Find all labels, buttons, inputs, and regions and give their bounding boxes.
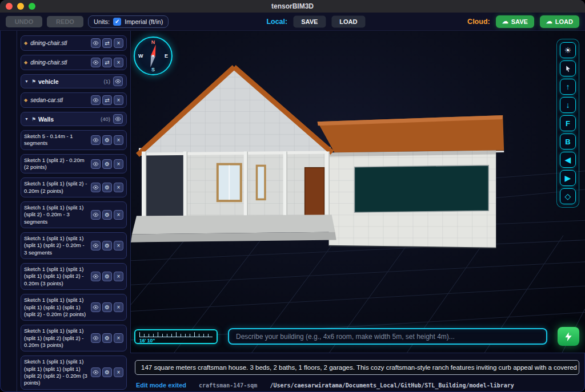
tree-item[interactable]: Sketch 1 (split 1) (split 1) (split 1) (… xyxy=(21,294,127,321)
close-button[interactable]: × xyxy=(114,272,123,281)
ruler-ticks xyxy=(139,332,213,337)
light-tool[interactable]: ☀ xyxy=(560,42,576,58)
tree-group-walls[interactable]: ▼⚑Walls(40) xyxy=(21,112,127,126)
viewport-3d[interactable]: N S W E ☀↑↓FB◀▶◇ 16' 10" xyxy=(130,31,585,353)
item-label: Sketch 1 (split 1) (split 1) (split 1) (… xyxy=(24,358,88,386)
gear-button[interactable]: ⚙ xyxy=(102,210,112,220)
compass[interactable]: N S W E xyxy=(134,37,173,75)
eye-button[interactable] xyxy=(91,95,101,105)
item-label: dining-chair.stl xyxy=(30,59,88,66)
units-checkbox[interactable]: ✓ xyxy=(113,18,121,26)
build-prompt-input[interactable] xyxy=(228,328,547,345)
front-window xyxy=(217,163,242,202)
close-button[interactable]: × xyxy=(114,333,123,343)
gear-button[interactable]: ⚙ xyxy=(102,159,112,169)
caret-down-icon[interactable]: ▼ xyxy=(25,79,29,83)
eye-icon xyxy=(93,161,99,167)
eye-button[interactable] xyxy=(91,367,101,377)
close-button[interactable]: × xyxy=(114,58,123,67)
close-button[interactable]: × xyxy=(114,210,123,220)
eye-button[interactable] xyxy=(91,58,101,67)
eye-icon xyxy=(93,97,99,103)
scene-canvas[interactable] xyxy=(131,31,585,353)
local-load-button[interactable]: LOAD xyxy=(331,15,365,27)
gear-button[interactable]: ⚙ xyxy=(102,302,112,312)
eye-icon xyxy=(93,212,99,218)
swap-button[interactable]: ⇄ xyxy=(102,38,112,48)
tree-item[interactable]: ◆sedan-car.stl⇄× xyxy=(21,92,127,108)
status-bar: Edit mode exited craftsman-147-sqm /User… xyxy=(130,378,585,392)
local-save-button[interactable]: SAVE xyxy=(293,15,326,27)
close-button[interactable]: × xyxy=(114,302,123,312)
item-buttons: ⇄× xyxy=(91,38,123,48)
generate-button[interactable] xyxy=(558,327,579,346)
eye-button[interactable] xyxy=(91,183,101,192)
eye-button[interactable] xyxy=(113,76,123,86)
units-control[interactable]: Units: ✓ Imperial (ft/in) xyxy=(88,15,169,28)
item-label: sedan-car.stl xyxy=(30,96,88,104)
tree-item[interactable]: Sketch 1 (split 1) (split 1) (split 1) (… xyxy=(21,232,127,259)
gear-button[interactable]: ⚙ xyxy=(102,241,112,250)
tree-item[interactable]: Sketch 1 (split 2) - 0.20m (2 points)⚙× xyxy=(21,154,127,174)
cloud-save-button[interactable]: ☁SAVE xyxy=(496,15,534,28)
back-view-tool[interactable]: B xyxy=(560,134,576,149)
status-mode: Edit mode exited xyxy=(136,382,186,389)
tree-item[interactable]: Sketch 5 - 0.14m - 1 segments⚙× xyxy=(21,130,127,150)
rotate-right-tool[interactable]: ▶ xyxy=(560,170,576,186)
close-button[interactable]: × xyxy=(114,38,123,48)
eye-button[interactable] xyxy=(91,241,101,250)
rotate-left-tool[interactable]: ◀ xyxy=(560,152,576,168)
undo-button[interactable]: UNDO xyxy=(6,16,42,27)
tree-item[interactable]: Sketch 1 (split 1) (split 1) (split 2) -… xyxy=(21,201,127,228)
front-view-tool[interactable]: F xyxy=(560,115,576,131)
redo-button[interactable]: REDO xyxy=(47,16,83,27)
tree-item[interactable]: Sketch 1 (split 1) (split 1) (split 1) (… xyxy=(21,263,127,290)
item-buttons: ⚙× xyxy=(91,302,123,312)
iso-view-tool[interactable]: ◇ xyxy=(560,188,576,204)
swap-button[interactable]: ⇄ xyxy=(102,58,112,67)
pan-down-tool[interactable]: ↓ xyxy=(560,97,576,113)
eye-button[interactable] xyxy=(91,159,101,169)
eye-icon xyxy=(115,78,121,84)
close-button[interactable]: × xyxy=(114,241,123,250)
eye-icon xyxy=(93,335,99,341)
close-button[interactable]: × xyxy=(114,159,123,169)
close-button[interactable]: × xyxy=(114,367,123,377)
check-icon: ✓ xyxy=(115,18,119,25)
gear-button[interactable]: ⚙ xyxy=(102,333,112,343)
tree-item[interactable]: Sketch 1 (split 1) (split 1) (split 1) (… xyxy=(21,325,127,351)
gear-button[interactable]: ⚙ xyxy=(102,135,112,145)
gear-button[interactable]: ⚙ xyxy=(102,183,112,192)
gear-button[interactable]: ⚙ xyxy=(102,367,112,377)
eye-button[interactable] xyxy=(113,114,123,124)
tree-item[interactable]: ◆dining-chair.stl⇄× xyxy=(21,55,127,70)
tree-item[interactable]: Sketch 1 (split 1) (split 1) (split 1) (… xyxy=(21,355,127,389)
scale-value: 16' 10" xyxy=(139,338,213,343)
eye-button[interactable] xyxy=(91,38,101,48)
eye-button[interactable] xyxy=(91,333,101,343)
left-gutter xyxy=(0,31,17,392)
cloud-load-button[interactable]: ☁LOAD xyxy=(540,15,579,28)
eye-button[interactable] xyxy=(91,302,101,312)
item-label: Sketch 1 (split 2) - 0.20m (2 points) xyxy=(24,157,88,171)
select-tool[interactable] xyxy=(560,60,576,76)
pan-up-tool[interactable]: ↑ xyxy=(560,79,576,95)
eye-icon xyxy=(93,184,99,191)
eye-icon xyxy=(93,369,99,375)
eye-button[interactable] xyxy=(91,272,101,281)
close-button[interactable]: × xyxy=(114,183,123,192)
eye-icon xyxy=(93,304,99,310)
units-label: Units: xyxy=(94,18,110,25)
tree-item[interactable]: Sketch 1 (split 1) (split 2) - 0.20m (2 … xyxy=(21,177,127,197)
eye-button[interactable] xyxy=(91,210,101,220)
close-button[interactable]: × xyxy=(114,135,123,145)
status-model-name: craftsman-147-sqm xyxy=(199,382,257,389)
gear-button[interactable]: ⚙ xyxy=(102,272,112,281)
close-button[interactable]: × xyxy=(114,95,123,105)
tree-group-vehicle[interactable]: ▼⚑vehicle(1) xyxy=(21,74,127,88)
swap-button[interactable]: ⇄ xyxy=(102,95,112,105)
eye-button[interactable] xyxy=(91,135,101,145)
tree-item[interactable]: ◆dining-chair.stl⇄× xyxy=(21,35,127,51)
cloud-actions: Cloud: ☁SAVE ☁LOAD xyxy=(467,15,579,28)
caret-down-icon[interactable]: ▼ xyxy=(25,117,29,121)
